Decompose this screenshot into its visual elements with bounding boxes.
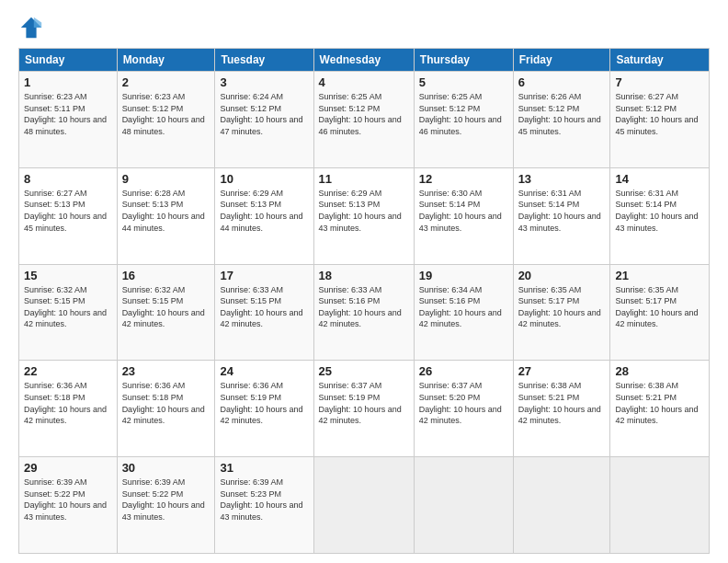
header-row: SundayMondayTuesdayWednesdayThursdayFrid… xyxy=(19,49,710,72)
day-number: 4 xyxy=(319,75,409,89)
day-number: 29 xyxy=(24,461,112,475)
day-info: Sunrise: 6:33 AMSunset: 5:16 PMDaylight:… xyxy=(319,284,409,330)
day-number: 3 xyxy=(220,75,308,89)
header-cell-thursday: Thursday xyxy=(414,49,513,72)
calendar-week: 1Sunrise: 6:23 AMSunset: 5:11 PMDaylight… xyxy=(19,72,710,168)
calendar-cell: 8Sunrise: 6:27 AMSunset: 5:13 PMDaylight… xyxy=(19,167,118,264)
day-info: Sunrise: 6:27 AMSunset: 5:12 PMDaylight:… xyxy=(615,91,704,137)
calendar-cell: 15Sunrise: 6:32 AMSunset: 5:15 PMDayligh… xyxy=(19,264,118,361)
calendar-cell xyxy=(414,457,513,554)
calendar-cell: 26Sunrise: 6:37 AMSunset: 5:20 PMDayligh… xyxy=(414,361,513,457)
calendar-cell: 13Sunrise: 6:31 AMSunset: 5:14 PMDayligh… xyxy=(513,167,610,264)
day-info: Sunrise: 6:23 AMSunset: 5:12 PMDaylight:… xyxy=(122,91,210,137)
calendar-cell: 28Sunrise: 6:38 AMSunset: 5:21 PMDayligh… xyxy=(610,361,710,457)
calendar-cell: 31Sunrise: 6:39 AMSunset: 5:23 PMDayligh… xyxy=(215,457,313,554)
day-number: 7 xyxy=(615,75,704,89)
day-info: Sunrise: 6:30 AMSunset: 5:14 PMDaylight:… xyxy=(419,188,508,234)
calendar-cell: 29Sunrise: 6:39 AMSunset: 5:22 PMDayligh… xyxy=(19,457,118,554)
day-number: 1 xyxy=(24,75,112,89)
day-info: Sunrise: 6:31 AMSunset: 5:14 PMDaylight:… xyxy=(615,188,704,234)
day-number: 17 xyxy=(220,269,308,282)
day-number: 15 xyxy=(24,269,112,282)
day-info: Sunrise: 6:39 AMSunset: 5:22 PMDaylight:… xyxy=(24,477,112,523)
calendar-cell xyxy=(610,457,710,554)
day-info: Sunrise: 6:29 AMSunset: 5:13 PMDaylight:… xyxy=(220,188,308,234)
header-cell-tuesday: Tuesday xyxy=(215,49,313,72)
day-info: Sunrise: 6:37 AMSunset: 5:19 PMDaylight:… xyxy=(319,380,409,426)
day-info: Sunrise: 6:35 AMSunset: 5:17 PMDaylight:… xyxy=(518,284,606,330)
day-info: Sunrise: 6:37 AMSunset: 5:20 PMDaylight:… xyxy=(419,380,508,426)
day-number: 13 xyxy=(518,172,606,186)
day-number: 26 xyxy=(419,364,508,378)
calendar-cell: 7Sunrise: 6:27 AMSunset: 5:12 PMDaylight… xyxy=(610,72,710,168)
header-cell-monday: Monday xyxy=(117,49,215,72)
calendar-body: 1Sunrise: 6:23 AMSunset: 5:11 PMDaylight… xyxy=(19,72,710,554)
day-number: 21 xyxy=(615,269,704,282)
day-number: 24 xyxy=(220,364,308,378)
calendar-cell: 20Sunrise: 6:35 AMSunset: 5:17 PMDayligh… xyxy=(513,264,610,361)
day-info: Sunrise: 6:25 AMSunset: 5:12 PMDaylight:… xyxy=(319,91,409,137)
day-number: 20 xyxy=(518,269,606,282)
day-number: 8 xyxy=(24,172,112,186)
day-info: Sunrise: 6:39 AMSunset: 5:23 PMDaylight:… xyxy=(220,477,308,523)
calendar-cell: 25Sunrise: 6:37 AMSunset: 5:19 PMDayligh… xyxy=(313,361,414,457)
calendar-cell: 23Sunrise: 6:36 AMSunset: 5:18 PMDayligh… xyxy=(117,361,215,457)
day-info: Sunrise: 6:26 AMSunset: 5:12 PMDaylight:… xyxy=(518,91,606,137)
day-info: Sunrise: 6:28 AMSunset: 5:13 PMDaylight:… xyxy=(122,188,210,234)
calendar-cell: 24Sunrise: 6:36 AMSunset: 5:19 PMDayligh… xyxy=(215,361,313,457)
day-info: Sunrise: 6:31 AMSunset: 5:14 PMDaylight:… xyxy=(518,188,606,234)
day-number: 16 xyxy=(122,269,210,282)
header-cell-sunday: Sunday xyxy=(19,49,118,72)
day-info: Sunrise: 6:36 AMSunset: 5:18 PMDaylight:… xyxy=(24,380,112,426)
day-info: Sunrise: 6:33 AMSunset: 5:15 PMDaylight:… xyxy=(220,284,308,330)
calendar-cell: 9Sunrise: 6:28 AMSunset: 5:13 PMDaylight… xyxy=(117,167,215,264)
header-cell-friday: Friday xyxy=(513,49,610,72)
day-number: 27 xyxy=(518,364,606,378)
calendar-week: 15Sunrise: 6:32 AMSunset: 5:15 PMDayligh… xyxy=(19,264,710,361)
svg-marker-1 xyxy=(34,17,41,28)
day-number: 23 xyxy=(122,364,210,378)
calendar-week: 8Sunrise: 6:27 AMSunset: 5:13 PMDaylight… xyxy=(19,167,710,264)
day-info: Sunrise: 6:36 AMSunset: 5:18 PMDaylight:… xyxy=(122,380,210,426)
logo-icon xyxy=(18,15,44,40)
day-info: Sunrise: 6:39 AMSunset: 5:22 PMDaylight:… xyxy=(122,477,210,523)
header-cell-wednesday: Wednesday xyxy=(313,49,414,72)
calendar-cell: 22Sunrise: 6:36 AMSunset: 5:18 PMDayligh… xyxy=(19,361,118,457)
day-info: Sunrise: 6:29 AMSunset: 5:13 PMDaylight:… xyxy=(319,188,409,234)
day-number: 6 xyxy=(518,75,606,89)
calendar-cell xyxy=(313,457,414,554)
day-info: Sunrise: 6:27 AMSunset: 5:13 PMDaylight:… xyxy=(24,188,112,234)
day-number: 25 xyxy=(319,364,409,378)
day-number: 30 xyxy=(122,461,210,475)
calendar-cell: 10Sunrise: 6:29 AMSunset: 5:13 PMDayligh… xyxy=(215,167,313,264)
calendar-cell: 6Sunrise: 6:26 AMSunset: 5:12 PMDaylight… xyxy=(513,72,610,168)
day-number: 19 xyxy=(419,269,508,282)
day-number: 10 xyxy=(220,172,308,186)
calendar-cell: 30Sunrise: 6:39 AMSunset: 5:22 PMDayligh… xyxy=(117,457,215,554)
day-number: 5 xyxy=(419,75,508,89)
day-info: Sunrise: 6:23 AMSunset: 5:11 PMDaylight:… xyxy=(24,91,112,137)
day-number: 12 xyxy=(419,172,508,186)
day-info: Sunrise: 6:36 AMSunset: 5:19 PMDaylight:… xyxy=(220,380,308,426)
header-cell-saturday: Saturday xyxy=(610,49,710,72)
calendar-cell xyxy=(513,457,610,554)
calendar-table: SundayMondayTuesdayWednesdayThursdayFrid… xyxy=(18,48,710,554)
calendar-week: 22Sunrise: 6:36 AMSunset: 5:18 PMDayligh… xyxy=(19,361,710,457)
calendar-cell: 5Sunrise: 6:25 AMSunset: 5:12 PMDaylight… xyxy=(414,72,513,168)
calendar-cell: 3Sunrise: 6:24 AMSunset: 5:12 PMDaylight… xyxy=(215,72,313,168)
calendar-cell: 16Sunrise: 6:32 AMSunset: 5:15 PMDayligh… xyxy=(117,264,215,361)
day-number: 28 xyxy=(615,364,704,378)
page: SundayMondayTuesdayWednesdayThursdayFrid… xyxy=(0,0,728,563)
calendar-cell: 1Sunrise: 6:23 AMSunset: 5:11 PMDaylight… xyxy=(19,72,118,168)
day-info: Sunrise: 6:38 AMSunset: 5:21 PMDaylight:… xyxy=(518,380,606,426)
calendar-cell: 2Sunrise: 6:23 AMSunset: 5:12 PMDaylight… xyxy=(117,72,215,168)
calendar-cell: 14Sunrise: 6:31 AMSunset: 5:14 PMDayligh… xyxy=(610,167,710,264)
day-number: 9 xyxy=(122,172,210,186)
top-section xyxy=(18,15,710,40)
day-number: 31 xyxy=(220,461,308,475)
calendar-week: 29Sunrise: 6:39 AMSunset: 5:22 PMDayligh… xyxy=(19,457,710,554)
day-info: Sunrise: 6:32 AMSunset: 5:15 PMDaylight:… xyxy=(122,284,210,330)
calendar-cell: 18Sunrise: 6:33 AMSunset: 5:16 PMDayligh… xyxy=(313,264,414,361)
day-number: 2 xyxy=(122,75,210,89)
day-number: 22 xyxy=(24,364,112,378)
